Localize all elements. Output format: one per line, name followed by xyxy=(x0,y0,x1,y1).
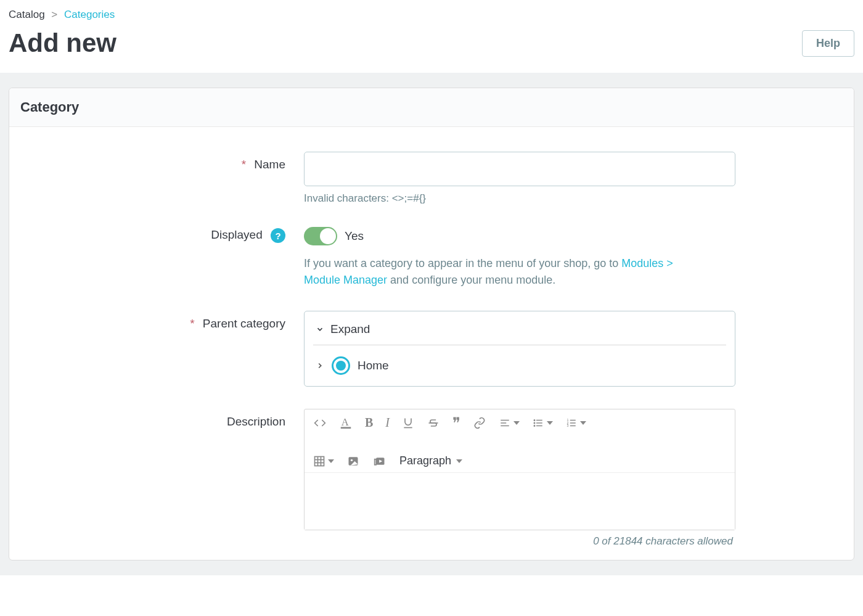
strikethrough-icon[interactable] xyxy=(427,417,440,429)
caret-icon xyxy=(456,459,462,463)
blockquote-icon[interactable]: ❞ xyxy=(452,419,460,427)
editor-toolbar: A B I ❞ xyxy=(305,409,735,473)
breadcrumb: Catalog > Categories xyxy=(9,9,854,21)
required-marker: * xyxy=(242,158,246,171)
caret-icon xyxy=(547,421,553,425)
bullet-list-icon[interactable] xyxy=(532,417,553,429)
char-count: 0 of 21844 characters allowed xyxy=(304,535,735,548)
svg-point-25 xyxy=(351,459,353,461)
svg-text:3: 3 xyxy=(567,424,569,427)
breadcrumb-root[interactable]: Catalog xyxy=(9,9,45,20)
italic-icon[interactable]: I xyxy=(385,416,390,430)
source-code-icon[interactable] xyxy=(313,417,327,429)
breadcrumb-current[interactable]: Categories xyxy=(64,9,115,20)
help-button[interactable]: Help xyxy=(802,30,854,57)
required-marker: * xyxy=(190,317,194,330)
displayed-label: Displayed xyxy=(211,228,262,241)
page-title: Add new xyxy=(9,28,117,58)
name-hint: Invalid characters: <>;=#{} xyxy=(304,192,735,205)
caret-icon xyxy=(513,421,520,425)
video-icon[interactable] xyxy=(372,455,387,467)
displayed-info: If you want a category to appear in the … xyxy=(304,255,705,289)
caret-icon xyxy=(328,459,334,463)
text-color-icon[interactable]: A xyxy=(339,416,353,430)
underline-icon[interactable] xyxy=(402,416,414,430)
caret-icon xyxy=(580,421,586,425)
link-icon[interactable] xyxy=(473,417,486,429)
svg-rect-19 xyxy=(315,456,324,466)
rich-text-editor: A B I ❞ xyxy=(304,409,735,530)
tree-radio[interactable] xyxy=(332,356,350,375)
align-icon[interactable] xyxy=(499,417,520,429)
image-icon[interactable] xyxy=(346,455,360,467)
expand-label: Expand xyxy=(330,322,370,336)
svg-point-11 xyxy=(534,422,535,424)
help-icon[interactable]: ? xyxy=(271,228,285,243)
description-label: Description xyxy=(227,415,285,428)
name-input[interactable] xyxy=(304,152,735,186)
displayed-toggle[interactable] xyxy=(304,227,337,245)
number-list-icon[interactable]: 123 xyxy=(565,417,586,429)
svg-rect-1 xyxy=(341,427,351,429)
bold-icon[interactable]: B xyxy=(365,416,373,430)
svg-text:A: A xyxy=(342,416,349,428)
tree-item-label: Home xyxy=(358,359,389,372)
chevron-down-icon xyxy=(316,325,324,334)
svg-rect-27 xyxy=(375,459,377,464)
breadcrumb-sep: > xyxy=(51,9,57,20)
panel-title: Category xyxy=(9,88,854,127)
name-label: Name xyxy=(254,158,285,171)
editor-body[interactable] xyxy=(305,473,735,530)
displayed-value: Yes xyxy=(345,229,364,243)
paragraph-select[interactable]: Paragraph xyxy=(399,454,462,467)
chevron-right-icon xyxy=(316,361,324,370)
expand-toggle[interactable]: Expand xyxy=(313,319,726,345)
parent-label: Parent category xyxy=(203,317,285,330)
category-panel: Category * Name Invalid characters: <>;=… xyxy=(9,88,854,561)
toggle-knob xyxy=(320,228,336,244)
parent-tree: Expand Home xyxy=(304,311,735,387)
svg-point-10 xyxy=(534,419,535,421)
svg-point-12 xyxy=(534,425,535,426)
table-icon[interactable] xyxy=(313,455,334,467)
tree-item-home[interactable]: Home xyxy=(313,345,726,375)
